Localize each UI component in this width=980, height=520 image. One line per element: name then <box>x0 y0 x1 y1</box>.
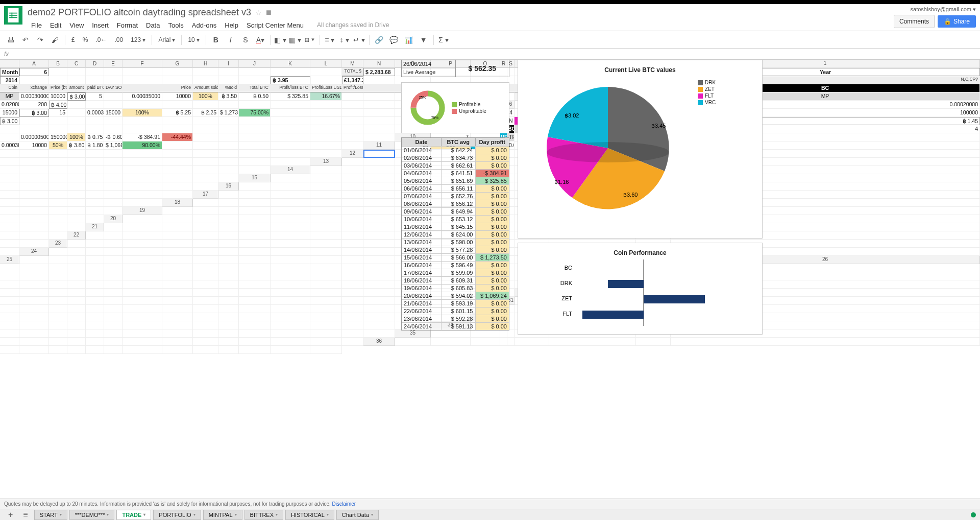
font-size-select[interactable]: 10 ▾ <box>185 35 202 45</box>
cell[interactable] <box>363 272 395 280</box>
day-table-row[interactable]: 01/06/2014$ 642.24$ 0.00 <box>402 146 509 154</box>
cell[interactable] <box>86 329 104 338</box>
comment-icon[interactable]: 💬 <box>387 33 401 46</box>
cell[interactable] <box>104 223 122 231</box>
col-header[interactable]: H <box>193 60 218 68</box>
cell[interactable] <box>342 338 363 346</box>
cell[interactable] <box>239 256 271 264</box>
cell[interactable] <box>671 338 980 346</box>
cell[interactable] <box>310 256 342 264</box>
cell[interactable] <box>104 231 122 240</box>
wrap-icon[interactable]: ↵ ▾ <box>353 33 366 46</box>
cell[interactable] <box>218 166 239 174</box>
cell[interactable] <box>271 68 310 76</box>
cell[interactable] <box>49 125 67 133</box>
cell[interactable] <box>67 109 86 117</box>
cell[interactable] <box>104 280 122 289</box>
cell[interactable] <box>104 346 122 354</box>
cell[interactable] <box>67 191 86 199</box>
cell[interactable] <box>122 174 162 182</box>
cell[interactable] <box>271 117 310 125</box>
borders-icon[interactable]: ▦ ▾ <box>288 33 302 46</box>
cell[interactable] <box>218 133 239 141</box>
cell[interactable]: ฿ 3.80 <box>67 141 86 150</box>
cell[interactable] <box>49 207 67 215</box>
cell[interactable] <box>239 313 271 321</box>
cell[interactable] <box>86 76 104 84</box>
cell[interactable] <box>104 166 122 174</box>
cell[interactable] <box>193 272 218 280</box>
cell[interactable] <box>193 158 218 166</box>
cell[interactable] <box>342 125 363 133</box>
cell[interactable] <box>514 338 549 346</box>
cell[interactable] <box>19 338 49 346</box>
cell[interactable]: Amount sold <box>193 84 218 92</box>
cell[interactable] <box>271 272 310 280</box>
row-header[interactable]: 15 <box>239 174 271 182</box>
cell[interactable] <box>49 158 67 166</box>
cell[interactable] <box>310 150 342 158</box>
cell[interactable]: Coin <box>0 84 19 92</box>
cell[interactable] <box>193 321 218 329</box>
cell[interactable] <box>218 240 239 248</box>
cell[interactable] <box>310 329 342 338</box>
day-table-row[interactable]: 06/06/2014$ 656.11$ 0.00 <box>402 184 509 192</box>
col-header[interactable]: L <box>310 60 342 68</box>
day-table-row[interactable]: 09/06/2014$ 649.94$ 0.00 <box>402 207 509 215</box>
cell[interactable] <box>104 256 122 264</box>
cell[interactable] <box>162 248 193 256</box>
cell[interactable]: ฿ 3.50 <box>218 92 239 101</box>
cell[interactable] <box>363 207 395 215</box>
cell[interactable] <box>342 133 363 141</box>
spreadsheet-grid[interactable]: ABCDEFGHIJKLMNOPQRSTUVW1Month6TOTAL $$ 2… <box>0 60 980 503</box>
row-header[interactable]: 13 <box>310 158 342 166</box>
cell[interactable] <box>342 272 363 280</box>
cell[interactable] <box>162 76 193 84</box>
cell[interactable] <box>49 215 67 223</box>
cell[interactable] <box>49 150 67 158</box>
cell[interactable] <box>67 329 86 338</box>
cell[interactable] <box>363 321 395 329</box>
cell[interactable] <box>310 191 342 199</box>
cell[interactable] <box>162 280 193 289</box>
cell[interactable] <box>507 338 514 346</box>
cell[interactable] <box>19 166 49 174</box>
cell[interactable] <box>0 240 19 248</box>
cell[interactable]: 0.00035000 <box>86 109 104 117</box>
cell[interactable] <box>636 338 671 346</box>
cell[interactable] <box>104 76 122 84</box>
cell[interactable]: ฿ 2.25 <box>193 109 218 117</box>
cell[interactable] <box>49 174 67 182</box>
cell[interactable] <box>104 338 122 346</box>
cell[interactable] <box>239 338 271 346</box>
cell[interactable] <box>239 101 271 109</box>
cell[interactable] <box>0 166 19 174</box>
cell[interactable] <box>271 199 310 207</box>
cell[interactable] <box>86 272 104 280</box>
cell[interactable] <box>342 329 363 338</box>
cell[interactable] <box>342 264 363 272</box>
cell[interactable] <box>310 231 342 240</box>
cell[interactable] <box>162 117 193 125</box>
cell[interactable] <box>86 207 104 215</box>
cell[interactable] <box>162 191 193 199</box>
day-table-row[interactable]: 13/06/2014$ 598.00$ 0.00 <box>402 238 509 246</box>
cell[interactable]: Price (btc) <box>49 84 67 92</box>
cell[interactable] <box>104 305 122 313</box>
cell[interactable] <box>310 207 342 215</box>
print-icon[interactable]: 🖶 <box>4 33 17 46</box>
cell[interactable]: ฿ 0.75 <box>86 133 104 141</box>
cell[interactable] <box>239 215 271 223</box>
cell[interactable] <box>49 231 67 240</box>
cell[interactable]: ฿ 3.00 <box>19 109 49 117</box>
cell[interactable] <box>310 199 342 207</box>
cell[interactable] <box>193 313 218 321</box>
cell[interactable] <box>122 321 162 329</box>
menu-file[interactable]: File <box>28 20 45 31</box>
cell[interactable] <box>271 313 310 321</box>
cell[interactable] <box>104 272 122 280</box>
cell[interactable] <box>193 289 218 297</box>
cell[interactable] <box>162 125 193 133</box>
cell[interactable] <box>271 305 310 313</box>
cell[interactable] <box>310 182 342 191</box>
